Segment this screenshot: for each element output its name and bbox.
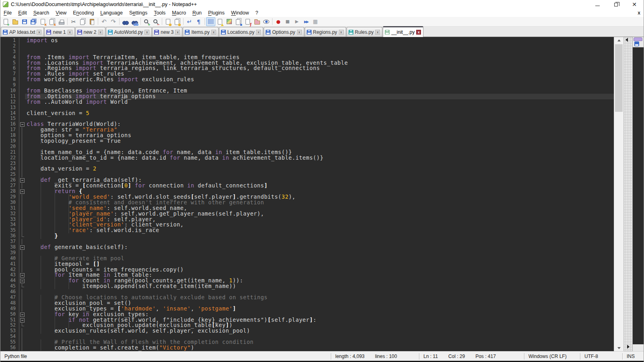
code-line[interactable]: 35 'race': self.world.is_race (0, 228, 614, 233)
macro-stop-icon[interactable]: ■ (283, 17, 292, 26)
menu-item-window[interactable]: Window (228, 9, 252, 16)
code-line[interactable]: 56 completion = self.create_item("Victor… (0, 345, 614, 351)
fold-collapse-icon[interactable] (19, 272, 25, 278)
code-text[interactable]: itempool.append(self.create_item(item_na… (25, 284, 614, 289)
menu-item-language[interactable]: Language (97, 9, 126, 16)
code-line[interactable]: 45 itempool.append(self.create_item(item… (0, 284, 614, 289)
macro-play-icon[interactable]: ▶ (292, 17, 301, 26)
fold-collapse-icon[interactable] (19, 245, 25, 250)
code-text[interactable]: def generate_basic(self): (25, 245, 614, 250)
code-text[interactable] (25, 161, 614, 167)
scrollbar-track[interactable] (614, 43, 623, 345)
monitoring-eye-icon[interactable] (262, 17, 271, 26)
code-line[interactable]: 53 exclusion_rules(self.world, self.play… (0, 328, 614, 334)
code-line[interactable]: 19 topology_present = True (0, 138, 614, 144)
secondary-view-editor[interactable] (633, 47, 644, 344)
code-text[interactable]: from ..AutoWorld import World (25, 99, 614, 105)
close-all-icon[interactable] (47, 17, 57, 26)
fold-collapse-icon[interactable] (19, 189, 25, 194)
tab-regions-py[interactable]: Regions.pyx (305, 27, 346, 37)
copy-icon[interactable] (78, 17, 87, 26)
splitter-collapse-left-icon[interactable] (625, 38, 628, 42)
fold-collapse-icon[interactable] (19, 317, 25, 323)
sync-horizontal-icon[interactable] (173, 17, 182, 26)
code-line[interactable]: 2 (0, 43, 614, 49)
show-indent-guide-icon[interactable] (206, 17, 215, 26)
cut-icon[interactable]: ✂ (69, 17, 78, 26)
tab-locations-py[interactable]: Locations.pyx (219, 27, 263, 37)
tab-close-icon[interactable]: x (37, 30, 41, 35)
menu-item-run[interactable]: Run (189, 9, 205, 16)
code-text[interactable]: import os (25, 38, 614, 43)
fold-collapse-icon[interactable] (19, 177, 25, 183)
tab-items-py[interactable]: Items.pyx (183, 27, 218, 37)
macro-record-icon[interactable]: ● (274, 17, 283, 26)
open-file-icon[interactable] (10, 17, 20, 26)
replace-icon[interactable] (130, 17, 139, 26)
function-list-icon[interactable] (243, 17, 252, 26)
save-icon[interactable] (20, 17, 29, 26)
show-all-characters-icon[interactable]: ¶ (194, 17, 203, 26)
zoom-in-icon[interactable] (142, 17, 151, 26)
menu-item-macro[interactable]: Macro (169, 9, 189, 16)
code-text[interactable]: topology_present = True (25, 138, 614, 144)
print-icon[interactable] (57, 17, 66, 26)
macro-run-multiple-icon[interactable]: ▶▶ (301, 17, 311, 26)
code-line[interactable]: 36 } (0, 233, 614, 239)
scroll-down-button[interactable] (614, 345, 623, 351)
tab-close-icon[interactable]: x (375, 30, 380, 35)
code-text[interactable]: exits = [connection[0] for connection in… (25, 183, 614, 189)
menu-item-edit[interactable]: Edit (15, 9, 30, 16)
sync-vertical-icon[interactable] (163, 17, 173, 26)
tab-autoworld-py[interactable]: AutoWorld.pyx (106, 27, 152, 37)
code-line[interactable]: 14client_version = 5 (0, 111, 614, 116)
menu-item-search[interactable]: Search (30, 9, 53, 16)
user-defined-language-icon[interactable] (215, 17, 225, 26)
tab-close-icon[interactable]: x (256, 30, 261, 35)
code-text[interactable]: data_version = 2 (25, 166, 614, 172)
code-text[interactable]: location_name_to_id = {name: data.id for… (25, 155, 614, 161)
code-text[interactable]: client_version = 5 (25, 111, 614, 116)
tab-new-2[interactable]: new 2x (75, 27, 105, 37)
close-button[interactable]: ✕ (625, 0, 644, 9)
tab-close-icon[interactable]: x (98, 30, 103, 35)
view-splitter[interactable] (623, 37, 632, 351)
scrollbar-thumb[interactable] (615, 44, 623, 112)
tab-close-icon[interactable]: x (416, 30, 421, 35)
tab-close-icon[interactable]: x (211, 30, 216, 35)
secondary-view-tab[interactable] (634, 37, 642, 41)
tab-close-icon[interactable]: x (144, 30, 149, 35)
tab-rules-py[interactable]: Rules.pyx (347, 27, 383, 37)
folder-as-workspace-icon[interactable] (252, 17, 262, 26)
menu-item-plugins[interactable]: Plugins (205, 9, 228, 16)
tab-close-icon[interactable]: x (175, 30, 180, 35)
code-text[interactable]: completion = self.create_item("Victory") (25, 345, 614, 351)
restore-button[interactable] (607, 0, 625, 9)
word-wrap-icon[interactable]: ↵ (185, 17, 194, 26)
menu-item-tools[interactable]: Tools (151, 9, 169, 16)
code-text[interactable]: from worlds.generic.Rules import exclusi… (25, 77, 614, 82)
fold-collapse-icon[interactable] (19, 312, 25, 317)
code-text[interactable]: exclusion_rules(self.world, self.player,… (25, 328, 614, 334)
code-text[interactable]: 'race': self.world.is_race (25, 228, 614, 233)
fold-collapse-icon[interactable] (19, 121, 25, 127)
menu-item-encoding[interactable]: Encoding (70, 9, 97, 16)
code-text[interactable] (25, 105, 614, 111)
tab-new-1[interactable]: new 1x (44, 27, 74, 37)
close-file-icon[interactable] (38, 17, 47, 26)
menu-item-file[interactable]: File (0, 9, 15, 16)
splitter-collapse-right-icon[interactable] (627, 345, 630, 349)
tab-close-icon[interactable]: x (68, 30, 72, 35)
undo-icon[interactable]: ↶ (99, 17, 109, 26)
document-map-icon[interactable] (225, 17, 234, 26)
code-line[interactable]: 27 exits = [connection[0] for connection… (0, 183, 614, 189)
find-icon[interactable] (121, 17, 130, 26)
paste-icon[interactable] (87, 17, 97, 26)
tab-options-py[interactable]: Options.pyx (264, 27, 304, 37)
menubar-close-icon[interactable]: x (638, 10, 640, 16)
code-line[interactable]: 8from worlds.generic.Rules import exclus… (0, 77, 614, 82)
zoom-out-icon[interactable] (151, 17, 161, 26)
new-file-icon[interactable] (1, 17, 10, 26)
redo-icon[interactable]: ↷ (109, 17, 118, 26)
macro-save-icon[interactable]: ▦ (311, 17, 320, 26)
